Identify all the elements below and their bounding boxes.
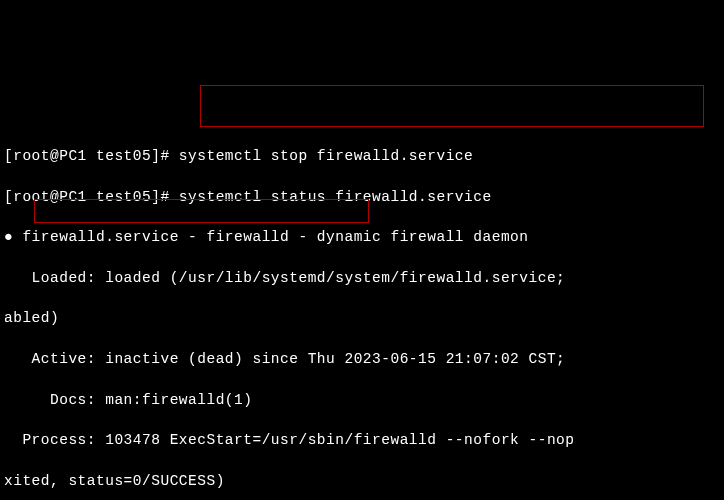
terminal-window[interactable]: [root@PC1 test05]# systemctl stop firewa…: [4, 85, 720, 500]
highlight-box-active: [34, 199, 369, 223]
output-process: Process: 103478 ExecStart=/usr/sbin/fire…: [4, 430, 720, 450]
output-loaded: Loaded: loaded (/usr/lib/systemd/system/…: [4, 268, 720, 288]
output-active: Active: inactive (dead) since Thu 2023-0…: [4, 349, 720, 369]
output-process2: xited, status=0/SUCCESS): [4, 471, 720, 491]
output-service: ● firewalld.service - firewalld - dynami…: [4, 227, 720, 247]
highlight-box-commands: [200, 85, 704, 127]
output-docs: Docs: man:firewalld(1): [4, 390, 720, 410]
prompt-text: [root@PC1 test05]#: [4, 148, 179, 164]
output-loaded2: abled): [4, 308, 720, 328]
prompt-line-1: [root@PC1 test05]# systemctl stop firewa…: [4, 146, 720, 166]
command-1: systemctl stop firewalld.service: [179, 148, 473, 164]
